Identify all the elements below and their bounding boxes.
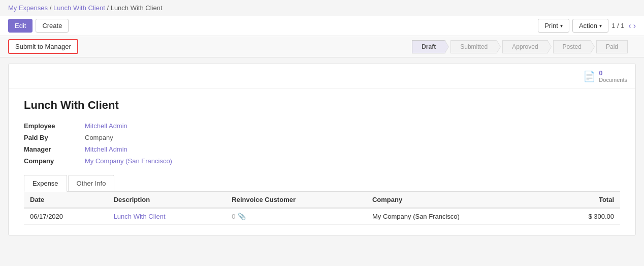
- manager-field-row: Manager Mitchell Admin: [24, 145, 620, 153]
- status-step-approved: Approved: [502, 40, 548, 53]
- toolbar-left: Edit Create Print ▾ Action ▾: [8, 19, 608, 33]
- cell-reinvoice: 0 📎: [226, 208, 366, 225]
- next-arrow-icon[interactable]: ›: [633, 21, 636, 31]
- paid-by-field-row: Paid By Company: [24, 134, 620, 141]
- employee-label: Employee: [24, 122, 85, 130]
- document-icon: 📄: [583, 70, 596, 82]
- manager-label: Manager: [24, 145, 85, 153]
- pagination-text: 1 / 1: [611, 22, 624, 29]
- expense-table: Date Description Reinvoice Customer Comp…: [24, 192, 620, 225]
- toolbar: Edit Create Print ▾ Action ▾ 1 / 1 ‹ ›: [0, 16, 644, 36]
- action-button[interactable]: Action ▾: [572, 19, 608, 33]
- doc-label: Documents: [599, 77, 627, 83]
- company-field-row: Company My Company (San Francisco): [24, 157, 620, 165]
- tab-expense[interactable]: Expense: [24, 175, 67, 192]
- doc-count: 0: [599, 69, 627, 77]
- status-step-paid: Paid: [596, 40, 628, 53]
- employee-link[interactable]: Mitchell Admin: [85, 122, 127, 130]
- breadcrumb-current: Lunch With Client: [111, 4, 163, 12]
- paperclip-icon: 📎: [238, 213, 246, 220]
- paid-by-label: Paid By: [24, 134, 85, 141]
- create-button[interactable]: Create: [36, 19, 69, 33]
- reinvoice-cell: 0 📎: [232, 213, 360, 220]
- form-area: Lunch With Client Employee Mitchell Admi…: [9, 88, 635, 235]
- status-pipeline: Draft Submitted Approved Posted Paid: [412, 40, 628, 53]
- documents-area[interactable]: 📄 0 Documents: [583, 69, 627, 83]
- expense-title: Lunch With Client: [24, 99, 620, 112]
- status-step-submitted: Submitted: [450, 40, 497, 53]
- company-label: Company: [24, 157, 85, 165]
- doc-header: 📄 0 Documents: [9, 64, 635, 88]
- reinvoice-count: 0: [232, 213, 235, 220]
- tabs: Expense Other Info: [24, 175, 620, 192]
- table-header-row: Date Description Reinvoice Customer Comp…: [24, 192, 620, 208]
- col-date: Date: [24, 192, 108, 208]
- breadcrumb-lunch-with-client-1[interactable]: Lunch With Client: [53, 4, 105, 12]
- manager-value: Mitchell Admin: [85, 145, 127, 153]
- main-card: 📄 0 Documents Lunch With Client Employee…: [8, 64, 636, 235]
- print-caret-icon: ▾: [560, 23, 563, 28]
- breadcrumb-text: My Expenses / Lunch With Client / Lunch …: [8, 4, 163, 12]
- cell-description: Lunch With Client: [108, 208, 226, 225]
- col-company: Company: [366, 192, 550, 208]
- breadcrumb-my-expenses[interactable]: My Expenses: [8, 4, 48, 12]
- description-link[interactable]: Lunch With Client: [114, 213, 166, 220]
- submit-to-manager-button[interactable]: Submit to Manager: [8, 39, 78, 54]
- action-caret-icon: ▾: [599, 23, 602, 28]
- paid-by-value: Company: [85, 134, 113, 141]
- action-bar: Submit to Manager Draft Submitted Approv…: [0, 36, 644, 57]
- col-reinvoice: Reinvoice Customer: [226, 192, 366, 208]
- manager-link[interactable]: Mitchell Admin: [85, 145, 127, 153]
- breadcrumb: My Expenses / Lunch With Client / Lunch …: [0, 0, 644, 16]
- cell-total: $ 300.00: [550, 208, 620, 225]
- tab-other-info[interactable]: Other Info: [68, 175, 115, 191]
- cell-date: 06/17/2020: [24, 208, 108, 225]
- employee-value: Mitchell Admin: [85, 122, 127, 130]
- col-total: Total: [550, 192, 620, 208]
- edit-button[interactable]: Edit: [8, 19, 33, 33]
- toolbar-right: 1 / 1 ‹ ›: [611, 21, 636, 31]
- company-value: My Company (San Francisco): [85, 157, 172, 165]
- cell-company: My Company (San Francisco): [366, 208, 550, 225]
- col-description: Description: [108, 192, 226, 208]
- print-button[interactable]: Print ▾: [538, 19, 569, 33]
- table-row: 06/17/2020 Lunch With Client 0 📎 My Com: [24, 208, 620, 225]
- nav-arrows: ‹ ›: [628, 21, 636, 31]
- status-step-draft: Draft: [412, 40, 445, 53]
- status-step-posted: Posted: [553, 40, 591, 53]
- expense-table-container: Date Description Reinvoice Customer Comp…: [24, 192, 620, 225]
- prev-arrow-icon[interactable]: ‹: [628, 21, 631, 31]
- company-link[interactable]: My Company (San Francisco): [85, 157, 172, 165]
- employee-field-row: Employee Mitchell Admin: [24, 122, 620, 130]
